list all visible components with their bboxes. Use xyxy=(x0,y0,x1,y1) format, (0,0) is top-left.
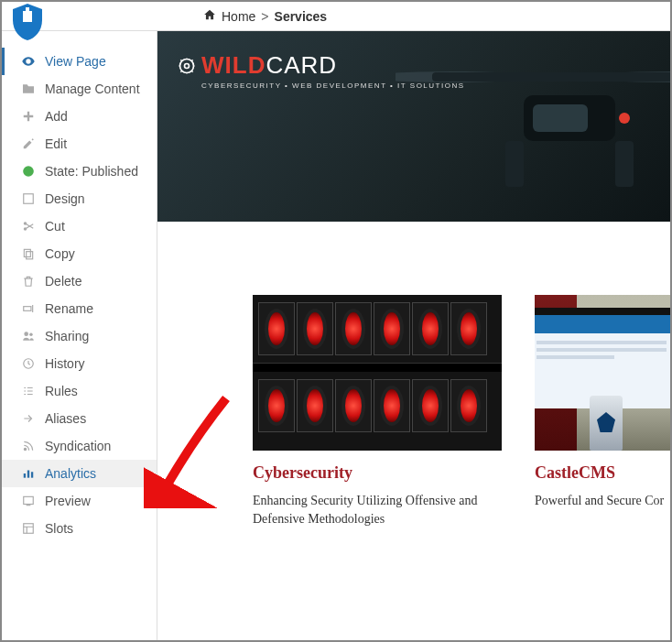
drone-graphic xyxy=(396,40,670,205)
svg-rect-17 xyxy=(24,524,34,534)
sidebar-item-label: Aliases xyxy=(45,411,86,426)
sidebar-item-label: Slots xyxy=(45,521,73,536)
svg-point-19 xyxy=(185,63,190,68)
service-card-cybersecurity[interactable]: Cybersecurity Enhancing Security Utilizi… xyxy=(253,295,502,528)
sidebar-item-rules[interactable]: Rules xyxy=(2,377,157,405)
svg-rect-3 xyxy=(24,194,34,204)
svg-rect-6 xyxy=(24,249,30,256)
brand-wild: WILD xyxy=(201,51,266,79)
sidebar-item-label: Manage Content xyxy=(45,82,140,96)
rename-icon xyxy=(21,301,36,316)
sidebar-item-label: Sharing xyxy=(45,329,89,343)
layout-icon xyxy=(21,191,36,206)
copy-icon xyxy=(21,246,36,261)
sidebar-item-label: Edit xyxy=(45,136,67,151)
sidebar-item-label: Rename xyxy=(45,301,93,316)
service-card-castlecms[interactable]: CastleCMS Powerful and Secure Cor xyxy=(535,295,670,528)
service-title: Cybersecurity xyxy=(253,463,502,483)
rss-icon xyxy=(21,439,36,453)
redirect-icon xyxy=(21,411,36,426)
sidebar-item-manage-content[interactable]: Manage Content xyxy=(2,75,157,103)
sidebar-item-copy[interactable]: Copy xyxy=(2,240,157,267)
svg-rect-7 xyxy=(27,252,33,259)
hero-banner: WILDCARD CYBERSECURITY • WEB DEVELOPMENT… xyxy=(157,31,670,222)
svg-rect-16 xyxy=(24,496,34,504)
sidebar-item-label: State: Published xyxy=(45,164,138,179)
sidebar-item-sharing[interactable]: Sharing xyxy=(2,322,157,350)
svg-point-18 xyxy=(180,59,194,72)
sidebar-item-slots[interactable]: Slots xyxy=(2,515,157,542)
sidebar-item-label: Design xyxy=(45,191,85,206)
plus-icon xyxy=(21,109,36,124)
pencil-icon xyxy=(21,136,36,151)
svg-rect-24 xyxy=(533,104,588,132)
checklist-icon xyxy=(21,384,36,398)
svg-rect-27 xyxy=(615,141,634,187)
services-grid: Cybersecurity Enhancing Security Utilizi… xyxy=(157,222,670,528)
sidebar-item-syndication[interactable]: Syndication xyxy=(2,432,157,460)
svg-rect-1 xyxy=(26,7,29,13)
gear-icon xyxy=(178,57,196,75)
svg-rect-8 xyxy=(24,307,31,311)
sidebar-item-label: Add xyxy=(45,109,68,124)
sidebar-item-view-page[interactable]: View Page xyxy=(2,48,157,75)
breadcrumb-sep: > xyxy=(261,9,268,24)
sidebar-item-label: History xyxy=(45,356,85,371)
service-image xyxy=(535,295,670,451)
svg-rect-14 xyxy=(27,471,29,478)
sidebar: View Page Manage Content Add Edit State:… xyxy=(2,31,157,640)
trash-icon xyxy=(21,274,36,288)
brand-card: CARD xyxy=(266,51,337,79)
app-logo[interactable] xyxy=(7,2,48,42)
breadcrumb: Home > Services xyxy=(203,8,327,24)
sidebar-item-state-published[interactable]: State: Published xyxy=(2,158,157,185)
slots-icon xyxy=(21,521,36,536)
eye-icon xyxy=(21,54,36,69)
globe-icon xyxy=(21,164,36,179)
breadcrumb-home[interactable]: Home xyxy=(222,9,255,24)
breadcrumb-current: Services xyxy=(275,9,328,24)
sidebar-item-rename[interactable]: Rename xyxy=(2,295,157,322)
svg-rect-22 xyxy=(432,72,670,82)
svg-point-10 xyxy=(29,333,33,337)
scissors-icon xyxy=(21,219,36,234)
home-icon xyxy=(203,8,216,24)
svg-rect-15 xyxy=(31,472,33,477)
sidebar-item-label: Cut xyxy=(45,219,65,234)
history-icon xyxy=(21,356,36,371)
svg-point-25 xyxy=(619,113,630,124)
service-desc: Powerful and Secure Cor xyxy=(535,492,670,510)
sidebar-item-label: View Page xyxy=(45,54,106,69)
folder-icon xyxy=(21,82,36,96)
sidebar-item-edit[interactable]: Edit xyxy=(2,130,157,158)
sidebar-item-design[interactable]: Design xyxy=(2,185,157,212)
content-area: WILDCARD CYBERSECURITY • WEB DEVELOPMENT… xyxy=(157,31,670,640)
sidebar-item-aliases[interactable]: Aliases xyxy=(2,405,157,432)
sidebar-item-preview[interactable]: Preview xyxy=(2,487,157,515)
svg-rect-13 xyxy=(24,473,26,478)
topbar: Home > Services xyxy=(2,2,670,31)
sidebar-item-label: Delete xyxy=(45,274,81,288)
service-image xyxy=(253,295,502,451)
svg-rect-26 xyxy=(505,141,524,187)
service-title: CastleCMS xyxy=(535,463,670,483)
sidebar-item-analytics[interactable]: Analytics xyxy=(2,460,157,487)
sidebar-item-history[interactable]: History xyxy=(2,350,157,377)
chart-icon xyxy=(21,466,36,481)
sidebar-item-label: Rules xyxy=(45,384,78,398)
sidebar-item-cut[interactable]: Cut xyxy=(2,212,157,240)
service-desc: Enhancing Security Utilizing Offensive a… xyxy=(253,492,502,528)
svg-point-9 xyxy=(24,332,28,336)
svg-point-2 xyxy=(23,166,34,177)
sidebar-item-delete[interactable]: Delete xyxy=(2,267,157,295)
sidebar-item-label: Copy xyxy=(45,246,75,261)
users-icon xyxy=(21,329,36,343)
sidebar-item-label: Analytics xyxy=(45,466,96,481)
preview-icon xyxy=(21,494,36,508)
sidebar-item-add[interactable]: Add xyxy=(2,103,157,130)
svg-point-12 xyxy=(24,448,26,450)
sidebar-item-label: Syndication xyxy=(45,439,111,453)
sidebar-item-label: Preview xyxy=(45,494,91,508)
